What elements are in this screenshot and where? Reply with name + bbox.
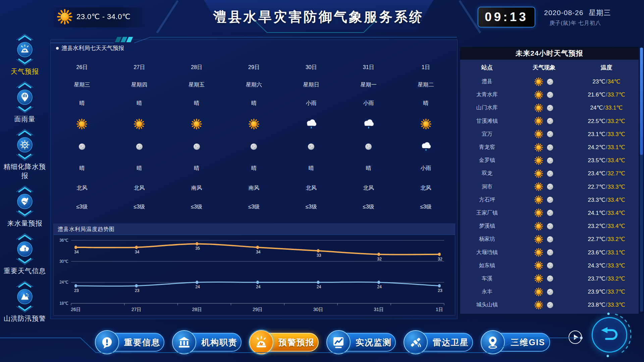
- station-name: 甘溪滩镇: [476, 118, 498, 125]
- svg-text:18℃: 18℃: [59, 301, 68, 306]
- weather-info-icon: [14, 232, 35, 266]
- moon-icon: [546, 170, 554, 177]
- svg-text:23: 23: [135, 288, 140, 293]
- nav-button-label: 预警预报: [276, 333, 317, 352]
- station-row: 大堰垱镇 23.6℃/33.1℃: [460, 246, 639, 259]
- weather-phenomenon-icons: [534, 288, 554, 296]
- forecast-night-condition: 晴: [137, 165, 142, 172]
- moon-icon: [546, 130, 554, 138]
- nav-icon-orb: [249, 330, 273, 354]
- station-row: 车溪 23.7℃/33.2℃: [460, 272, 639, 285]
- nav-icon-orb: [326, 330, 351, 354]
- forecast-date-row: 26日27日28日29日30日31日1日: [53, 59, 454, 76]
- forecast-date: 26日: [76, 64, 88, 71]
- station-row: 山门水库 24℃/33.1℃: [460, 101, 639, 114]
- nav-button-important-info[interactable]: 重要信息: [95, 330, 164, 354]
- date-block: 2020-08-26星期三 庚子(鼠)年 七月初八: [544, 8, 642, 27]
- nav-button-radar-satellite[interactable]: 雷达卫星: [404, 330, 473, 354]
- sun-icon: [76, 119, 87, 129]
- forecast-day-condition: 晴: [79, 100, 85, 107]
- moon-icon: [546, 104, 554, 112]
- station-name: 梦溪镇: [479, 223, 495, 230]
- play-icon: [574, 335, 578, 340]
- station-row: 宜万 23.1℃/33.3℃: [460, 128, 639, 141]
- moon-icon: [307, 143, 315, 150]
- sidebar-item-weather-info[interactable]: 重要天气信息: [1, 232, 49, 276]
- areal-rainfall-icon: [14, 80, 35, 114]
- weather-phenomenon-icons: [534, 274, 554, 283]
- clock-display: 09:13: [478, 7, 535, 27]
- station-row: 梦溪镇 23.2℃/33.4℃: [460, 220, 639, 233]
- svg-text:26日: 26日: [71, 307, 81, 312]
- moon-icon: [546, 236, 554, 243]
- moon-icon: [546, 209, 554, 217]
- forecast-night-icon: [78, 143, 86, 150]
- moon-icon: [546, 91, 554, 99]
- forecast-day-condition: 晴: [137, 100, 142, 107]
- nav-button-org-duty[interactable]: 机构职责: [172, 330, 241, 354]
- forecast-wind-level: ≤3级: [420, 203, 432, 210]
- sun-icon: [534, 156, 543, 165]
- station-row: 太青水库 21.6℃/33.7℃: [460, 88, 639, 101]
- sidebar-item-flood-warning[interactable]: 山洪防汛预警: [1, 280, 49, 323]
- sidebar-item-badge: [14, 33, 35, 66]
- nav-button-warning-forecast[interactable]: 预警预报: [249, 330, 319, 354]
- station-row: 青龙窖 24.2℃/33.1℃: [460, 141, 639, 154]
- hourly-panel-title: 未来24小时天气预报: [460, 47, 639, 60]
- svg-text:23: 23: [74, 288, 79, 293]
- temperature-range: 23.1℃/33.3℃: [588, 131, 625, 138]
- forecast-weekday: 星期日: [303, 81, 319, 88]
- live-monitor-icon: [332, 336, 345, 349]
- forecast-weekday: 星期一: [361, 81, 377, 88]
- moon-icon: [136, 143, 143, 150]
- station-name: 城头山镇: [476, 301, 498, 308]
- hourly-table-rows: 澧县 23℃/34℃ 太青水库 21.6℃/33.7℃ 山门水库 24℃/33.…: [460, 75, 639, 313]
- svg-text:36℃: 36℃: [59, 238, 68, 243]
- forecast-wind-direction-row: 北风北风南风南风北风北风北风: [53, 179, 454, 197]
- station-name: 大堰垱镇: [476, 249, 498, 256]
- right-panel-scrollbar-thumb[interactable]: [640, 48, 643, 155]
- weather-dashboard: 23.0℃ - 34.0℃ 澧县水旱灾害防御气象服务系统 09:13 2020-…: [0, 0, 644, 362]
- nav-icon-orb: [404, 330, 428, 354]
- moon-icon: [546, 262, 554, 269]
- svg-text:31日: 31日: [374, 307, 384, 312]
- weather-phenomenon-icons: [534, 130, 554, 138]
- play-button[interactable]: [569, 330, 582, 344]
- svg-text:30℃: 30℃: [59, 259, 68, 264]
- rain-cloud-icon: [363, 118, 375, 130]
- forecast-night-condition: 小雨: [421, 165, 431, 172]
- sidebar-item-weather-forecast[interactable]: 天气预报: [1, 33, 49, 76]
- sidebar-item-label: 山洪防汛预警: [1, 314, 49, 323]
- nav-button-gis-3d[interactable]: 三维GIS: [481, 330, 550, 354]
- station-name: 车溪: [482, 275, 492, 282]
- temperature-range: 23.2℃/33.4℃: [588, 223, 625, 230]
- inflow-forecast-icon: [14, 185, 35, 218]
- station-row: 金罗镇 23.5℃/33.4℃: [460, 154, 639, 167]
- col-station: 站点: [481, 64, 493, 71]
- svg-text:27日: 27日: [131, 307, 142, 312]
- sidebar-item-fine-precipitation[interactable]: 精细化降水预报: [1, 128, 49, 180]
- back-button[interactable]: [592, 317, 627, 353]
- station-row: 城头山镇 23.8℃/33.3℃: [460, 298, 639, 311]
- temperature-range: 24.1℃/33.4℃: [588, 209, 625, 217]
- hourly-table-header: 站点 天气现象 温度: [460, 60, 639, 75]
- svg-text:34: 34: [74, 250, 79, 254]
- nav-button-label: 重要信息: [122, 333, 163, 352]
- temperature-range: 23.3℃/33.4℃: [588, 196, 625, 203]
- moon-icon: [78, 143, 86, 150]
- svg-text:24: 24: [317, 285, 321, 289]
- sun-icon: [534, 77, 543, 86]
- sidebar-item-areal-rainfall[interactable]: 面雨量: [1, 80, 49, 124]
- sidebar-item-inflow-forecast[interactable]: 来水量预报: [1, 185, 49, 228]
- forecast-wind-level: ≤3级: [248, 203, 260, 210]
- nav-button-live-monitor[interactable]: 实况监测: [326, 330, 396, 354]
- sun-icon: [534, 117, 543, 125]
- forecast-date: 29日: [248, 64, 260, 71]
- seven-day-section-title: 澧县水利局七天天气预报: [56, 44, 124, 52]
- col-phenomenon: 天气现象: [533, 64, 555, 71]
- forecast-night-condition: 晴: [251, 165, 257, 172]
- forecast-day-icon: [134, 119, 145, 129]
- temperature-range: 23.4℃/32.7℃: [588, 170, 625, 177]
- moon-icon: [365, 143, 372, 150]
- bottom-nav-bar: 重要信息 机构职责 预警预报 实况监测 雷达卫星 三维GIS: [95, 330, 550, 354]
